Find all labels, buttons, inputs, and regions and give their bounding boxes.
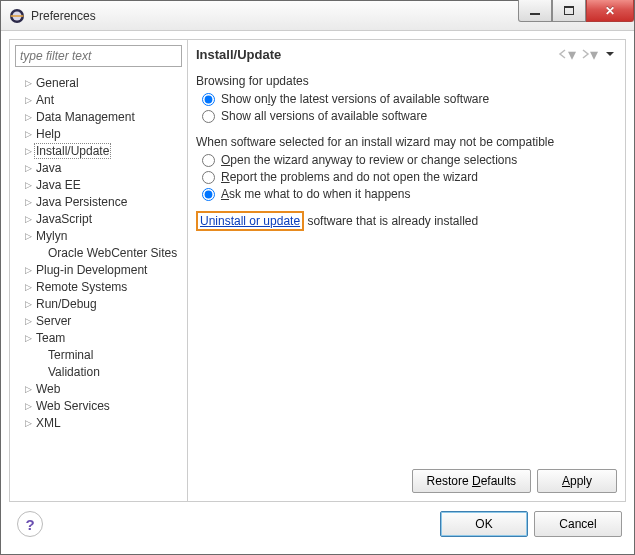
- tree-item-terminal[interactable]: Terminal: [16, 346, 181, 363]
- tree-item-label: Mylyn: [34, 229, 69, 243]
- tree-item-label: Server: [34, 314, 73, 328]
- tree-item-data-management[interactable]: ▷Data Management: [16, 108, 181, 125]
- cancel-button[interactable]: Cancel: [534, 511, 622, 537]
- window-title: Preferences: [31, 9, 96, 23]
- browsing-group-label: Browsing for updates: [196, 74, 617, 88]
- tree-item-label: XML: [34, 416, 63, 430]
- arrow-right-icon: [580, 49, 590, 59]
- minimize-button[interactable]: [518, 0, 552, 22]
- browsing-option-all[interactable]: Show all versions of available software: [202, 109, 617, 123]
- nav-back-button[interactable]: ▾: [557, 46, 577, 62]
- compat-option-ask[interactable]: Ask me what to do when it happens: [202, 187, 617, 201]
- tree-expand-icon: ▷: [22, 316, 34, 326]
- tree-item-label: Terminal: [46, 348, 95, 362]
- tree-expand-icon: ▷: [22, 333, 34, 343]
- content-area: ▷General▷Ant▷Data Management▷Help▷Instal…: [1, 31, 634, 554]
- svg-rect-2: [11, 15, 24, 17]
- tree-item-label: General: [34, 76, 81, 90]
- compat-radio-ask[interactable]: [202, 188, 215, 201]
- tree-item-run-debug[interactable]: ▷Run/Debug: [16, 295, 181, 312]
- preferences-tree[interactable]: ▷General▷Ant▷Data Management▷Help▷Instal…: [10, 72, 187, 501]
- tree-expand-icon: ▷: [22, 95, 34, 105]
- tree-item-javascript[interactable]: ▷JavaScript: [16, 210, 181, 227]
- tree-item-ant[interactable]: ▷Ant: [16, 91, 181, 108]
- browsing-label-all: Show all versions of available software: [221, 109, 427, 123]
- tree-item-label: Web Services: [34, 399, 112, 413]
- dialog-footer: ? OK Cancel: [9, 502, 626, 546]
- tree-item-validation[interactable]: Validation: [16, 363, 181, 380]
- page-header: Install/Update ▾ ▾: [196, 40, 625, 70]
- tree-expand-icon: ▷: [22, 401, 34, 411]
- tree-expand-icon: ▷: [22, 78, 34, 88]
- maximize-icon: [564, 6, 574, 15]
- tree-item-web[interactable]: ▷Web: [16, 380, 181, 397]
- tree-item-xml[interactable]: ▷XML: [16, 414, 181, 431]
- tree-item-label: Help: [34, 127, 63, 141]
- split-panes: ▷General▷Ant▷Data Management▷Help▷Instal…: [9, 39, 626, 502]
- tree-item-team[interactable]: ▷Team: [16, 329, 181, 346]
- browsing-option-latest[interactable]: Show only the latest versions of availab…: [202, 92, 617, 106]
- tree-item-server[interactable]: ▷Server: [16, 312, 181, 329]
- window-controls: ✕: [518, 0, 634, 22]
- apply-button[interactable]: Apply: [537, 469, 617, 493]
- tree-item-label: Java Persistence: [34, 195, 129, 209]
- page-menu-button[interactable]: [603, 47, 617, 61]
- compat-option-report[interactable]: Report the problems and do not open the …: [202, 170, 617, 184]
- tree-item-web-services[interactable]: ▷Web Services: [16, 397, 181, 414]
- tree-item-label: Java: [34, 161, 63, 175]
- uninstall-link-suffix: software that is already installed: [304, 214, 478, 228]
- tree-item-label: Plug-in Development: [34, 263, 149, 277]
- compat-label-ask: Ask me what to do when it happens: [221, 187, 410, 201]
- tree-expand-icon: ▷: [22, 146, 34, 156]
- preferences-window: Preferences ✕ ▷General▷Ant▷Data Manageme…: [0, 0, 635, 555]
- browsing-radio-latest[interactable]: [202, 93, 215, 106]
- tree-item-help[interactable]: ▷Help: [16, 125, 181, 142]
- chevron-down-icon: [605, 49, 615, 59]
- tree-item-plug-in-development[interactable]: ▷Plug-in Development: [16, 261, 181, 278]
- uninstall-link-row: Uninstall or update software that is alr…: [196, 211, 617, 231]
- page-button-row: Restore Defaults Apply: [412, 469, 617, 493]
- tree-expand-icon: ▷: [22, 214, 34, 224]
- restore-defaults-button[interactable]: Restore Defaults: [412, 469, 531, 493]
- compat-radio-report[interactable]: [202, 171, 215, 184]
- tree-item-java-ee[interactable]: ▷Java EE: [16, 176, 181, 193]
- tree-expand-icon: ▷: [22, 384, 34, 394]
- help-button[interactable]: ?: [17, 511, 43, 537]
- tree-item-install-update[interactable]: ▷Install/Update: [16, 142, 181, 159]
- compat-option-open[interactable]: Open the wizard anyway to review or chan…: [202, 153, 617, 167]
- filter-input[interactable]: [15, 45, 182, 67]
- tree-item-label: Ant: [34, 93, 56, 107]
- tree-expand-icon: ▷: [22, 418, 34, 428]
- tree-expand-icon: ▷: [22, 112, 34, 122]
- tree-item-oracle-webcenter-sites[interactable]: Oracle WebCenter Sites: [16, 244, 181, 261]
- filter-area: [10, 40, 187, 72]
- arrow-left-icon: [558, 49, 568, 59]
- tree-item-remote-systems[interactable]: ▷Remote Systems: [16, 278, 181, 295]
- close-button[interactable]: ✕: [586, 0, 634, 22]
- compat-group-label: When software selected for an install wi…: [196, 135, 617, 149]
- minimize-icon: [530, 13, 540, 15]
- uninstall-or-update-link[interactable]: Uninstall or update: [196, 211, 304, 231]
- tree-item-label: Web: [34, 382, 62, 396]
- tree-item-java[interactable]: ▷Java: [16, 159, 181, 176]
- browsing-label-latest: Show only the latest versions of availab…: [221, 92, 489, 106]
- tree-item-label: JavaScript: [34, 212, 94, 226]
- tree-item-label: Run/Debug: [34, 297, 99, 311]
- nav-forward-button[interactable]: ▾: [579, 46, 599, 62]
- help-icon: ?: [25, 516, 34, 533]
- tree-expand-icon: ▷: [22, 282, 34, 292]
- ok-button[interactable]: OK: [440, 511, 528, 537]
- compat-label-open: Open the wizard anyway to review or chan…: [221, 153, 517, 167]
- app-icon: [9, 8, 25, 24]
- maximize-button[interactable]: [552, 0, 586, 22]
- tree-item-label: Remote Systems: [34, 280, 129, 294]
- tree-item-java-persistence[interactable]: ▷Java Persistence: [16, 193, 181, 210]
- tree-expand-icon: ▷: [22, 180, 34, 190]
- tree-item-label: Validation: [46, 365, 102, 379]
- titlebar: Preferences ✕: [1, 1, 634, 31]
- tree-item-general[interactable]: ▷General: [16, 74, 181, 91]
- tree-item-mylyn[interactable]: ▷Mylyn: [16, 227, 181, 244]
- browsing-radio-all[interactable]: [202, 110, 215, 123]
- compat-radio-open[interactable]: [202, 154, 215, 167]
- tree-item-label: Data Management: [34, 110, 137, 124]
